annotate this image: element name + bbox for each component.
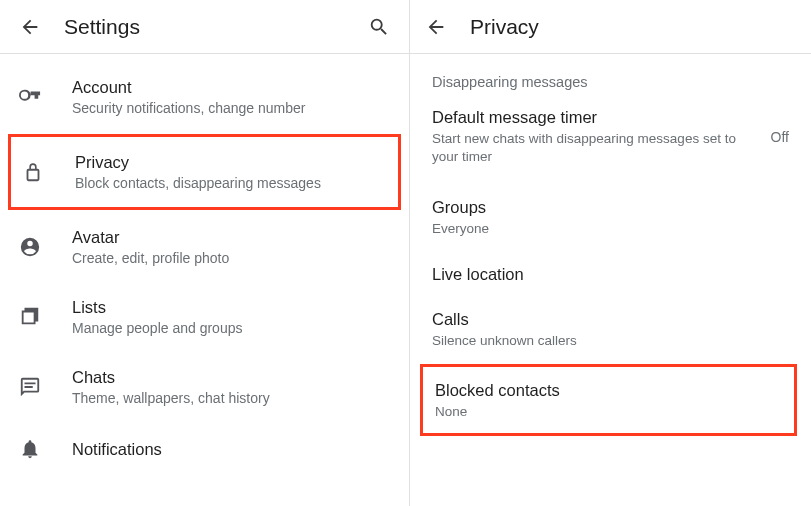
- privacy-item-default-timer[interactable]: Default message timer Start new chats wi…: [410, 94, 811, 178]
- item-title: Default message timer: [432, 108, 755, 127]
- settings-header: Settings: [0, 0, 409, 54]
- key-icon: [18, 86, 42, 108]
- item-title: Chats: [72, 368, 270, 387]
- settings-title: Settings: [64, 15, 345, 39]
- item-subtitle: Create, edit, profile photo: [72, 250, 229, 266]
- item-title: Account: [72, 78, 305, 97]
- lock-icon: [21, 161, 45, 183]
- back-icon[interactable]: [424, 15, 448, 39]
- item-value: Off: [771, 129, 789, 145]
- item-title: Notifications: [72, 440, 162, 459]
- search-icon[interactable]: [367, 15, 391, 39]
- settings-item-avatar[interactable]: Avatar Create, edit, profile photo: [0, 212, 409, 282]
- item-title: Calls: [432, 310, 789, 329]
- settings-item-lists[interactable]: Lists Manage people and groups: [0, 282, 409, 352]
- item-title: Lists: [72, 298, 242, 317]
- privacy-item-calls[interactable]: Calls Silence unknown callers: [410, 296, 811, 362]
- chat-icon: [18, 376, 42, 398]
- item-subtitle: Theme, wallpapers, chat history: [72, 390, 270, 406]
- item-title: Blocked contacts: [435, 381, 782, 400]
- settings-pane: Settings Account Security notifications,…: [0, 0, 410, 506]
- settings-item-notifications[interactable]: Notifications: [0, 422, 409, 476]
- item-subtitle: Block contacts, disappearing messages: [75, 175, 321, 191]
- highlight-blocked: Blocked contacts None: [420, 364, 797, 436]
- privacy-title: Privacy: [470, 15, 793, 39]
- back-icon[interactable]: [18, 15, 42, 39]
- settings-item-privacy[interactable]: Privacy Block contacts, disappearing mes…: [11, 137, 398, 207]
- highlight-privacy: Privacy Block contacts, disappearing mes…: [8, 134, 401, 210]
- privacy-header: Privacy: [410, 0, 811, 54]
- item-subtitle: Manage people and groups: [72, 320, 242, 336]
- settings-item-chats[interactable]: Chats Theme, wallpapers, chat history: [0, 352, 409, 422]
- item-subtitle: Silence unknown callers: [432, 332, 789, 350]
- lists-icon: [18, 306, 42, 328]
- privacy-item-live-location[interactable]: Live location: [410, 251, 811, 296]
- item-subtitle: Start new chats with disappearing messag…: [432, 130, 755, 166]
- item-title: Live location: [432, 265, 789, 284]
- item-subtitle: None: [435, 403, 782, 421]
- privacy-item-groups[interactable]: Groups Everyone: [410, 184, 811, 250]
- item-subtitle: Security notifications, change number: [72, 100, 305, 116]
- privacy-pane: Privacy Disappearing messages Default me…: [410, 0, 811, 506]
- section-label-disappearing: Disappearing messages: [410, 54, 811, 94]
- bell-icon: [18, 438, 42, 460]
- item-subtitle: Everyone: [432, 220, 789, 238]
- item-title: Privacy: [75, 153, 321, 172]
- settings-item-account[interactable]: Account Security notifications, change n…: [0, 62, 409, 132]
- avatar-icon: [18, 236, 42, 258]
- privacy-item-blocked[interactable]: Blocked contacts None: [423, 367, 794, 433]
- item-title: Groups: [432, 198, 789, 217]
- settings-list: Account Security notifications, change n…: [0, 54, 409, 476]
- item-title: Avatar: [72, 228, 229, 247]
